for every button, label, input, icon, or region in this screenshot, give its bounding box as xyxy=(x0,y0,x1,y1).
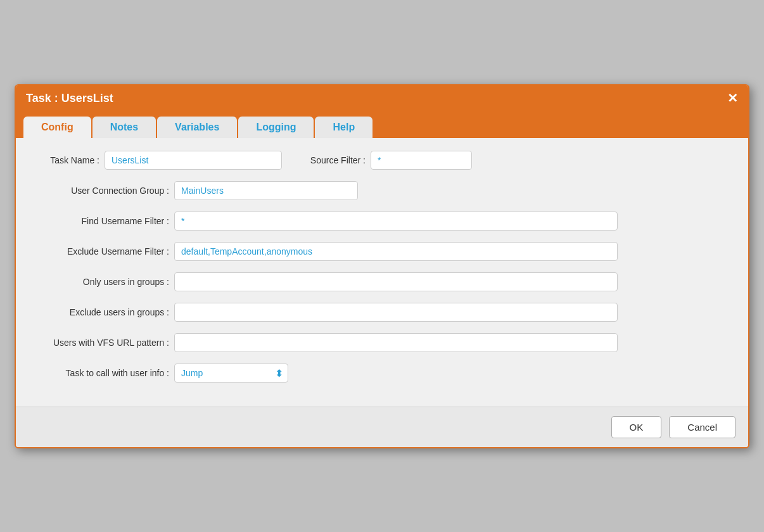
only-users-in-groups-label: Only users in groups : xyxy=(35,277,174,287)
ok-button[interactable]: OK xyxy=(611,416,662,438)
task-to-call-label: Task to call with user info : xyxy=(35,368,174,378)
cancel-button[interactable]: Cancel xyxy=(669,416,735,438)
source-filter-input[interactable] xyxy=(371,151,472,170)
tab-variables[interactable]: Variables xyxy=(157,117,237,138)
exclude-username-filter-label: Exclude Username Filter : xyxy=(35,246,174,256)
dialog-tabs: Config Notes Variables Logging Help xyxy=(16,111,748,138)
tab-config[interactable]: Config xyxy=(23,117,91,138)
user-connection-group-input[interactable] xyxy=(174,181,358,200)
only-users-in-groups-input[interactable] xyxy=(174,272,618,291)
exclude-users-in-groups-label: Exclude users in groups : xyxy=(35,307,174,317)
find-username-filter-input[interactable] xyxy=(174,212,618,231)
tab-logging[interactable]: Logging xyxy=(238,117,314,138)
tab-notes[interactable]: Notes xyxy=(92,117,156,138)
row-user-connection-group: User Connection Group : xyxy=(35,181,729,200)
task-dialog: Task : UsersList ✕ Config Notes Variable… xyxy=(15,84,749,448)
task-to-call-select[interactable]: Jump Call None xyxy=(174,364,288,383)
tab-help[interactable]: Help xyxy=(315,117,372,138)
row-find-username-filter: Find Username Filter : xyxy=(35,212,729,231)
row-task-to-call: Task to call with user info : Jump Call … xyxy=(35,364,729,383)
dialog-title: Task : UsersList xyxy=(26,92,113,105)
row-only-users-in-groups: Only users in groups : xyxy=(35,272,729,291)
exclude-users-in-groups-input[interactable] xyxy=(174,303,618,322)
vfs-url-label: Users with VFS URL pattern : xyxy=(35,338,174,348)
user-connection-group-label: User Connection Group : xyxy=(35,186,174,196)
row-exclude-users-in-groups: Exclude users in groups : xyxy=(35,303,729,322)
vfs-url-input[interactable] xyxy=(174,333,618,352)
dialog-body: Task Name : Source Filter : User Connect… xyxy=(16,138,748,407)
dialog-footer: OK Cancel xyxy=(16,407,748,447)
row-vfs-url: Users with VFS URL pattern : xyxy=(35,333,729,352)
close-button[interactable]: ✕ xyxy=(727,92,738,104)
source-filter-label: Source Filter : xyxy=(301,155,371,165)
find-username-filter-label: Find Username Filter : xyxy=(35,216,174,226)
row-task-name: Task Name : Source Filter : xyxy=(35,151,729,170)
exclude-username-filter-input[interactable] xyxy=(174,242,618,261)
task-name-label: Task Name : xyxy=(35,155,105,165)
dialog-titlebar: Task : UsersList ✕ xyxy=(16,86,748,111)
task-to-call-select-wrapper: Jump Call None ⬍ xyxy=(174,364,288,383)
task-name-input[interactable] xyxy=(105,151,282,170)
row-exclude-username-filter: Exclude Username Filter : xyxy=(35,242,729,261)
source-filter-group: Source Filter : xyxy=(301,151,472,170)
